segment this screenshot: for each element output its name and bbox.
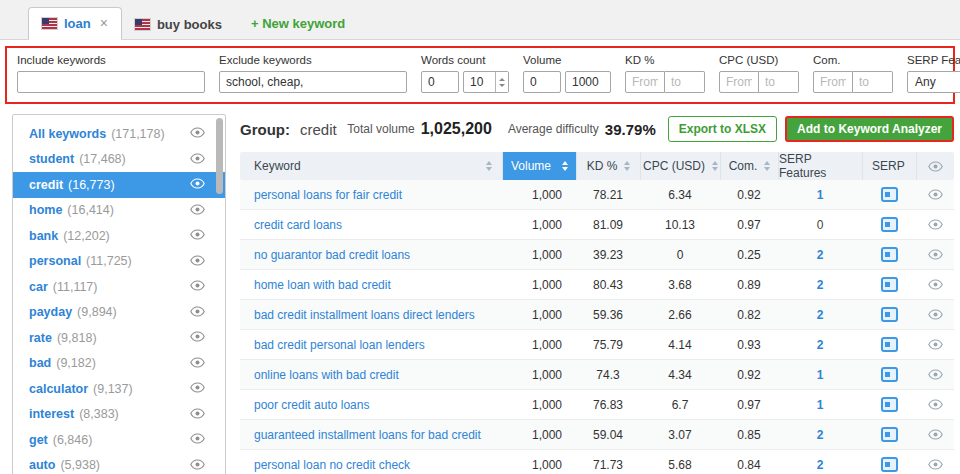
stepper-arrows-icon[interactable] bbox=[495, 72, 508, 92]
serp-features-select[interactable]: Any bbox=[907, 71, 960, 93]
serp-features-count[interactable]: 2 bbox=[817, 278, 824, 292]
sidebar-group-item[interactable]: rate (9,818) bbox=[13, 325, 225, 351]
serp-features-count[interactable]: 2 bbox=[817, 458, 824, 472]
eye-icon[interactable] bbox=[190, 127, 205, 138]
eye-icon[interactable] bbox=[928, 219, 943, 230]
eye-icon[interactable] bbox=[928, 279, 943, 290]
keyword-link[interactable]: guaranteed installment loans for bad cre… bbox=[254, 428, 481, 442]
com-to-input[interactable] bbox=[853, 71, 893, 93]
serp-preview-icon[interactable] bbox=[881, 367, 898, 382]
sidebar-group-item[interactable]: calculator (9,137) bbox=[13, 376, 225, 402]
new-keyword-button[interactable]: + New keyword bbox=[235, 8, 361, 39]
sort-arrows-icon[interactable] bbox=[624, 161, 630, 172]
cpc-to-input[interactable] bbox=[759, 71, 799, 93]
eye-icon[interactable] bbox=[190, 408, 205, 419]
scrollbar-thumb[interactable] bbox=[216, 118, 223, 194]
serp-features-count[interactable]: 2 bbox=[817, 248, 824, 262]
column-header-com[interactable]: Com. bbox=[720, 152, 778, 180]
sort-arrows-icon[interactable] bbox=[562, 161, 568, 172]
sidebar-group-item[interactable]: bank (12,202) bbox=[13, 223, 225, 249]
tab-loan[interactable]: loan × bbox=[28, 7, 122, 40]
keyword-link[interactable]: poor credit auto loans bbox=[254, 398, 369, 412]
sidebar-group-item[interactable]: student (17,468) bbox=[13, 147, 225, 173]
serp-features-count[interactable]: 1 bbox=[817, 188, 824, 202]
sidebar-group-item[interactable]: bad (9,182) bbox=[13, 351, 225, 377]
sidebar-group-item[interactable]: interest (8,383) bbox=[13, 402, 225, 428]
add-to-keyword-analyzer-button[interactable]: Add to Keyword Analyzer bbox=[785, 116, 954, 142]
volume-from-input[interactable] bbox=[523, 71, 561, 93]
eye-icon[interactable] bbox=[190, 382, 205, 393]
serp-preview-icon[interactable] bbox=[881, 397, 898, 412]
eye-icon[interactable] bbox=[190, 178, 205, 189]
serp-preview-icon[interactable] bbox=[881, 277, 898, 292]
keyword-link[interactable]: no guarantor bad credit loans bbox=[254, 248, 410, 262]
sidebar-group-item[interactable]: credit (16,773) bbox=[13, 172, 225, 198]
serp-features-count[interactable]: 0 bbox=[817, 218, 824, 232]
eye-icon[interactable] bbox=[190, 433, 205, 444]
serp-preview-icon[interactable] bbox=[881, 247, 898, 262]
sidebar-group-item[interactable]: car (11,117) bbox=[13, 274, 225, 300]
serp-features-count[interactable]: 2 bbox=[817, 338, 824, 352]
eye-icon[interactable] bbox=[928, 369, 943, 380]
keyword-link[interactable]: personal loans for fair credit bbox=[254, 188, 402, 202]
keyword-link[interactable]: online loans with bad credit bbox=[254, 368, 399, 382]
serp-features-count[interactable]: 1 bbox=[817, 368, 824, 382]
serp-features-count[interactable]: 2 bbox=[817, 428, 824, 442]
sidebar-group-item[interactable]: payday (9,894) bbox=[13, 300, 225, 326]
serp-preview-icon[interactable] bbox=[881, 187, 898, 202]
eye-icon[interactable] bbox=[190, 306, 205, 317]
sidebar-group-item[interactable]: home (16,414) bbox=[13, 198, 225, 224]
export-xlsx-button[interactable]: Export to XLSX bbox=[668, 116, 777, 142]
volume-to-input[interactable] bbox=[565, 71, 611, 93]
sort-arrows-icon[interactable] bbox=[712, 161, 718, 172]
eye-icon[interactable] bbox=[190, 255, 205, 266]
com-from-input[interactable] bbox=[813, 71, 853, 93]
eye-icon[interactable] bbox=[928, 339, 943, 350]
column-header-keyword[interactable]: Keyword bbox=[240, 152, 502, 180]
eye-icon[interactable] bbox=[190, 331, 205, 342]
column-header-kd[interactable]: KD % bbox=[576, 152, 640, 180]
keyword-link[interactable]: bad credit installment loans direct lend… bbox=[254, 308, 475, 322]
sort-arrows-icon[interactable] bbox=[486, 161, 492, 172]
serp-features-count[interactable]: 2 bbox=[817, 308, 824, 322]
eye-icon[interactable] bbox=[928, 429, 943, 440]
serp-preview-icon[interactable] bbox=[881, 337, 898, 352]
keyword-link[interactable]: home loan with bad credit bbox=[254, 278, 391, 292]
kd-from-input[interactable] bbox=[625, 71, 665, 93]
eye-icon[interactable] bbox=[190, 357, 205, 368]
serp-preview-icon[interactable] bbox=[881, 457, 898, 472]
eye-icon[interactable] bbox=[928, 189, 943, 200]
keyword-link[interactable]: credit card loans bbox=[254, 218, 342, 232]
close-tab-icon[interactable]: × bbox=[100, 15, 108, 31]
tab-buy-books[interactable]: buy books bbox=[122, 10, 235, 40]
serp-preview-icon[interactable] bbox=[881, 427, 898, 442]
include-keywords-input[interactable] bbox=[17, 71, 205, 93]
sort-arrows-icon[interactable] bbox=[764, 161, 770, 172]
sidebar-group-item[interactable]: auto (5,938) bbox=[13, 453, 225, 474]
keyword-link[interactable]: bad credit personal loan lenders bbox=[254, 338, 425, 352]
sidebar-scrollbar[interactable] bbox=[216, 118, 223, 474]
keyword-link[interactable]: personal loan no credit check bbox=[254, 458, 410, 472]
eye-icon[interactable] bbox=[928, 161, 943, 172]
serp-features-count[interactable]: 1 bbox=[817, 398, 824, 412]
exclude-keywords-input[interactable] bbox=[219, 71, 407, 93]
column-header-visibility[interactable] bbox=[916, 152, 954, 180]
eye-icon[interactable] bbox=[190, 459, 205, 470]
eye-icon[interactable] bbox=[190, 280, 205, 291]
eye-icon[interactable] bbox=[190, 153, 205, 164]
kd-to-input[interactable] bbox=[665, 71, 705, 93]
eye-icon[interactable] bbox=[190, 229, 205, 240]
words-count-from-input[interactable] bbox=[421, 71, 459, 93]
eye-icon[interactable] bbox=[928, 399, 943, 410]
eye-icon[interactable] bbox=[928, 309, 943, 320]
eye-icon[interactable] bbox=[928, 249, 943, 260]
eye-icon[interactable] bbox=[928, 459, 943, 470]
sidebar-group-item[interactable]: get (6,846) bbox=[13, 427, 225, 453]
cpc-from-input[interactable] bbox=[719, 71, 759, 93]
serp-preview-icon[interactable] bbox=[881, 217, 898, 232]
serp-preview-icon[interactable] bbox=[881, 307, 898, 322]
eye-icon[interactable] bbox=[190, 204, 205, 215]
sidebar-group-item[interactable]: personal (11,725) bbox=[13, 249, 225, 275]
column-header-volume[interactable]: Volume bbox=[502, 152, 576, 180]
column-header-cpc[interactable]: CPC (USD) bbox=[640, 152, 720, 180]
